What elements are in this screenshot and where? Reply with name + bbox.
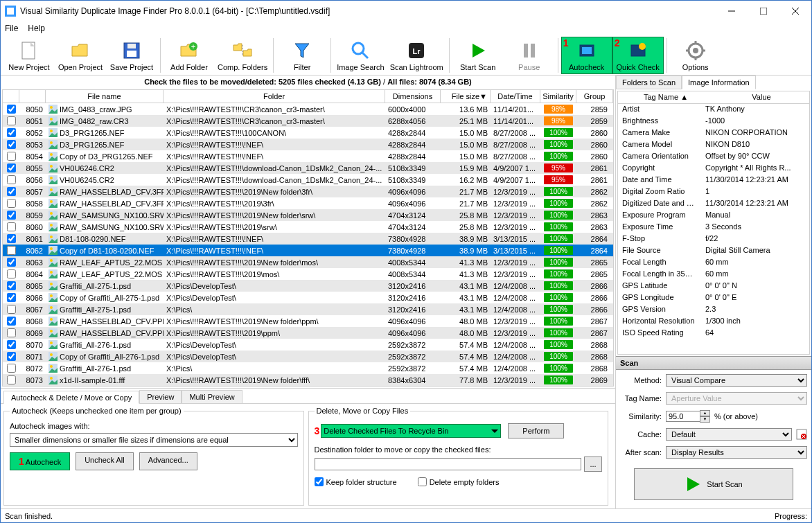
minimize-button[interactable] — [716, 1, 748, 21]
scan-lightroom-button[interactable]: LrScan Lightroom — [387, 37, 446, 74]
table-row[interactable]: 8073x1d-II-sample-01.fffX:\Pics\!!!RAWTE… — [3, 374, 613, 386]
row-checkbox[interactable] — [7, 234, 16, 243]
row-checkbox[interactable] — [7, 199, 16, 208]
keep-folder-checkbox[interactable]: Keep folder structure — [315, 477, 397, 486]
menu-help[interactable]: Help — [28, 24, 45, 33]
row-checkbox[interactable] — [7, 305, 16, 314]
row-checkbox[interactable] — [7, 340, 16, 349]
row-checkbox[interactable] — [7, 375, 16, 384]
table-row[interactable]: 8062Copy of D81-108-0290.NEFX:\Pics\!!!R… — [3, 245, 613, 256]
destination-input[interactable] — [315, 458, 582, 470]
save-project-button[interactable]: Save Project — [106, 37, 157, 74]
row-checkbox[interactable] — [7, 187, 16, 196]
row-checkbox[interactable] — [7, 328, 16, 337]
table-row[interactable]: 8065Graffiti_All-275-1.psdX:\Pics\Develo… — [3, 280, 613, 292]
table-row[interactable]: 8060RAW_SAMSUNG_NX100.SRWX:\Pics\!!!RAWT… — [3, 221, 613, 233]
svg-point-43 — [50, 188, 53, 191]
row-checkbox[interactable] — [7, 140, 16, 149]
row-checkbox[interactable] — [7, 105, 16, 114]
similarity-input[interactable]: ▲▼ — [666, 410, 710, 423]
row-checkbox[interactable] — [7, 211, 16, 220]
col-filesize[interactable]: File size ▼ — [441, 90, 491, 103]
tab-image-information[interactable]: Image Information — [682, 76, 756, 89]
method-select[interactable]: Visual Compare — [666, 374, 807, 387]
row-checkbox[interactable] — [7, 246, 16, 255]
table-row[interactable]: 8050IMG_0483_craw.JPGX:\Pics\!!!RAWTEST!… — [3, 103, 613, 115]
info-row: F-Stopf/22 — [618, 233, 809, 245]
row-checkbox[interactable] — [7, 352, 16, 361]
grid-body[interactable]: 8050IMG_0483_craw.JPGX:\Pics\!!!RAWTEST!… — [3, 103, 613, 386]
col-dimensions[interactable]: Dimensions — [385, 90, 441, 103]
table-row[interactable]: 8053D3_PRG1265.NEFX:\Pics\!!!RAWTEST!!!\… — [3, 139, 613, 150]
image-search-button[interactable]: Image Search — [334, 37, 387, 74]
info-row: Camera OrientationOffset by 90° CCW — [618, 151, 809, 163]
table-row[interactable]: 8071Copy of Graffiti_All-276-1.psdX:\Pic… — [3, 351, 613, 362]
col-similarity[interactable]: Similarity — [540, 90, 576, 103]
open-project-button[interactable]: Open Project — [55, 37, 106, 74]
col-filename[interactable]: File name — [46, 90, 164, 103]
autocheck-mode-select[interactable]: Smaller dimensions or smaller file sizes… — [10, 433, 298, 447]
advanced-button[interactable]: Advanced... — [139, 452, 197, 470]
row-checkbox[interactable] — [7, 163, 16, 172]
after-scan-select[interactable]: Display Results — [666, 446, 807, 459]
options-button[interactable]: Options — [670, 37, 721, 74]
autocheck-run-button[interactable]: 1Autocheck — [10, 452, 70, 470]
table-row[interactable]: 8068RAW_HASSELBLAD_CFV.PPMX:\Pics\!!!RAW… — [3, 315, 613, 327]
new-project-button[interactable]: New Project — [3, 37, 55, 74]
uncheck-all-button[interactable]: Uncheck All — [76, 452, 133, 470]
row-checkbox[interactable] — [7, 269, 16, 278]
table-row[interactable]: 8069RAW_HASSELBLAD_CFV.PPMX:\Pics\!!!RAW… — [3, 327, 613, 339]
start-scan-button[interactable]: Start Scan — [452, 37, 504, 74]
table-row[interactable]: 8059RAW_SAMSUNG_NX100.SRWX:\Pics\!!!RAWT… — [3, 209, 613, 221]
svg-point-71 — [50, 353, 53, 356]
menu-file[interactable]: File — [5, 24, 18, 33]
maximize-button[interactable] — [748, 1, 779, 21]
row-checkbox[interactable] — [7, 175, 16, 184]
comp-folders-button[interactable]: Comp. Folders — [215, 37, 270, 74]
row-checkbox[interactable] — [7, 128, 16, 137]
table-row[interactable]: 8051IMG_0482_raw.CR3X:\Pics\!!!RAWTEST!!… — [3, 115, 613, 127]
col-folder[interactable]: Folder — [164, 90, 385, 103]
col-datetime[interactable]: Date/Time — [491, 90, 540, 103]
table-row[interactable]: 8067Graffiti_All-275-1.psdX:\Pics\3120x2… — [3, 303, 613, 315]
row-checkbox[interactable] — [7, 317, 16, 326]
table-row[interactable]: 8070Graffiti_All-276-1.psdX:\Pics\Develo… — [3, 339, 613, 351]
tab-preview[interactable]: Preview — [139, 390, 182, 403]
row-checkbox[interactable] — [7, 116, 16, 125]
svg-point-47 — [50, 212, 53, 215]
tab-multi-preview[interactable]: Multi Preview — [182, 390, 242, 403]
add-folder-button[interactable]: +Add Folder — [164, 37, 215, 74]
table-row[interactable]: 8066Copy of Graffiti_All-275-1.psdX:\Pic… — [3, 292, 613, 303]
cache-select[interactable]: Default — [666, 428, 792, 441]
table-row[interactable]: 8063RAW_LEAF_APTUS_22.MOSX:\Pics\!!!RAWT… — [3, 256, 613, 268]
row-checkbox[interactable] — [7, 364, 16, 373]
table-row[interactable]: 8058RAW_HASSELBLAD_CFV.3FRX:\Pics\!!!RAW… — [3, 197, 613, 209]
row-checkbox[interactable] — [7, 152, 16, 161]
delete-empty-checkbox[interactable]: Delete empty folders — [418, 477, 500, 486]
table-row[interactable]: 8052D3_PRG1265.NEFX:\Pics\!!!RAWTEST!!!\… — [3, 127, 613, 139]
action-select[interactable]: Delete Checked Files To Recycle Bin — [321, 424, 501, 438]
quick-check-button[interactable]: 2Quick Check — [612, 37, 664, 74]
table-row[interactable]: 8057RAW_HASSELBLAD_CFV.3FRX:\Pics\!!!RAW… — [3, 186, 613, 197]
tab-autocheck[interactable]: Autocheck & Delete / Move or Copy — [3, 391, 139, 404]
row-checkbox[interactable] — [7, 258, 16, 267]
table-row[interactable]: 8055VH0U6246.CR2X:\Pics\!!!RAWTEST!!!\do… — [3, 162, 613, 174]
start-scan-big-button[interactable]: Start Scan — [634, 468, 793, 500]
table-row[interactable]: 8056VH0U6245.CR2X:\Pics\!!!RAWTEST!!!\do… — [3, 174, 613, 186]
tab-folders-to-scan[interactable]: Folders to Scan — [616, 76, 682, 89]
filter-button[interactable]: Filter — [276, 37, 328, 74]
autocheck-button[interactable]: 1Autocheck — [561, 37, 612, 74]
table-row[interactable]: 8064RAW_LEAF_APTUS_22.MOSX:\Pics\!!!RAWT… — [3, 268, 613, 280]
perform-button[interactable]: Perform — [508, 423, 564, 438]
table-row[interactable]: 8054Copy of D3_PRG1265.NEFX:\Pics\!!!RAW… — [3, 150, 613, 162]
row-checkbox[interactable] — [7, 281, 16, 290]
svg-point-41 — [50, 177, 53, 179]
row-checkbox[interactable] — [7, 222, 16, 231]
row-checkbox[interactable] — [7, 293, 16, 302]
table-row[interactable]: 8072Graffiti_All-276-1.psdX:\Pics\2592x3… — [3, 362, 613, 374]
col-group[interactable]: Group — [576, 90, 613, 103]
browse-button[interactable]: ... — [584, 456, 602, 472]
table-row[interactable]: 8061D81-108-0290.NEFX:\Pics\!!!RAWTEST!!… — [3, 233, 613, 245]
clear-cache-icon[interactable] — [796, 429, 807, 440]
close-button[interactable] — [779, 1, 811, 21]
